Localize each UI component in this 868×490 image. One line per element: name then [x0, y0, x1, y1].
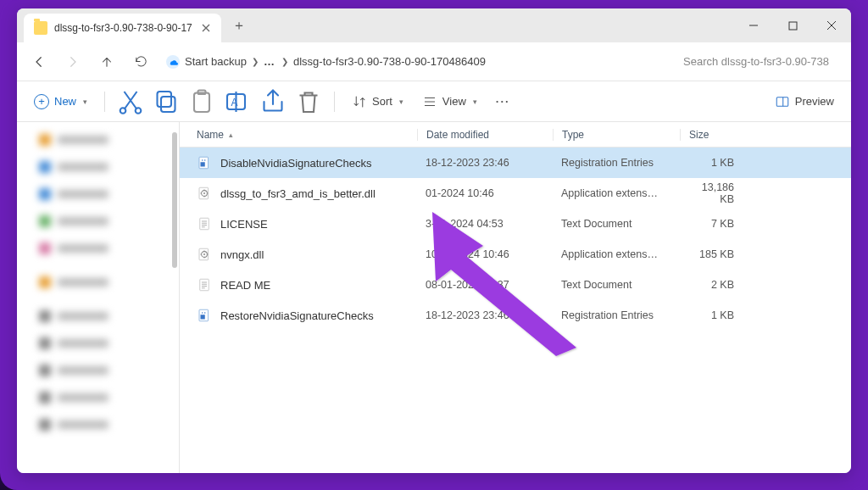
share-button[interactable] [258, 88, 288, 115]
chevron-down-icon: ▾ [473, 97, 477, 106]
nav-item[interactable] [24, 332, 172, 354]
file-size: 185 KB [680, 248, 748, 260]
sort-button[interactable]: Sort ▾ [345, 88, 410, 115]
nav-item[interactable] [24, 387, 172, 409]
toolbar: + New ▾ A Sort ▾ View ▾ ··· [17, 81, 851, 122]
file-name: dlssg_to_fsr3_amd_is_better.dll [220, 187, 376, 200]
file-row[interactable]: LICENSE 3-01-2024 04:53 Text Document 7 … [180, 209, 851, 239]
nav-item[interactable] [24, 271, 172, 293]
preview-label: Preview [795, 95, 834, 108]
svg-point-20 [203, 253, 205, 255]
file-row[interactable]: RestoreNvidiaSignatureChecks 18-12-2023 … [180, 300, 851, 331]
back-button[interactable] [24, 47, 54, 77]
breadcrumb-more[interactable]: … [264, 55, 276, 68]
file-type: Registration Entries [553, 309, 680, 321]
breadcrumb[interactable]: Start backup ❯ … ❯ dlssg-to-fsr3-0.90-73… [159, 48, 665, 75]
chevron-right-icon: ❯ [281, 57, 288, 66]
nav-item[interactable] [24, 305, 172, 327]
column-name[interactable]: Name▴ [197, 129, 417, 141]
file-date: 3-01-2024 04:53 [417, 218, 553, 230]
copy-button[interactable] [151, 88, 181, 115]
reg-file-icon [197, 308, 212, 323]
search-input[interactable]: Search dlssg-to-fsr3-0.90-738 [675, 48, 844, 75]
svg-rect-4 [158, 92, 172, 107]
svg-text:A: A [231, 96, 238, 108]
view-icon [422, 94, 437, 109]
svg-point-24 [202, 312, 203, 314]
nav-item[interactable] [24, 156, 172, 178]
nav-item[interactable] [24, 237, 172, 259]
plus-icon: + [34, 94, 49, 109]
paste-button[interactable] [186, 88, 217, 115]
file-type: Application extens… [553, 187, 680, 199]
refresh-button[interactable] [125, 47, 156, 77]
nav-item[interactable] [24, 129, 172, 151]
file-size: 7 KB [680, 218, 748, 230]
scrollbar-thumb[interactable] [172, 132, 177, 268]
preview-pane-icon [775, 94, 790, 109]
file-row[interactable]: DisableNvidiaSignatureChecks 18-12-2023 … [180, 148, 851, 178]
column-size[interactable]: Size [680, 129, 748, 141]
sort-asc-icon: ▴ [229, 131, 233, 139]
search-placeholder: Search dlssg-to-fsr3-0.90-738 [683, 55, 829, 68]
reg-file-icon [197, 155, 212, 170]
navigation-pane[interactable] [17, 122, 180, 473]
file-name: READ ME [220, 279, 270, 292]
svg-point-12 [202, 159, 203, 161]
folder-icon [34, 21, 47, 35]
file-date: 18-12-2023 23:46 [417, 157, 553, 169]
nav-item[interactable] [24, 183, 172, 205]
forward-button[interactable] [58, 47, 88, 77]
svg-rect-9 [776, 97, 788, 106]
tab-title: dlssg-to-fsr3-0.90-738-0-90-17 [54, 22, 192, 34]
maximize-button[interactable] [773, 8, 812, 42]
svg-rect-0 [789, 22, 797, 30]
file-size: 1 KB [680, 309, 748, 321]
file-name: LICENSE [220, 218, 268, 231]
svg-point-2 [136, 108, 142, 114]
new-tab-button[interactable]: ＋ [226, 13, 252, 38]
file-row[interactable]: READ ME 08-01-2024 04:37 Text Document 2… [180, 270, 851, 300]
new-button[interactable]: + New ▾ [27, 88, 94, 115]
view-button[interactable]: View ▾ [415, 88, 484, 115]
svg-point-16 [203, 192, 205, 194]
file-date: 10-01-2024 10:46 [417, 248, 553, 260]
file-list-area: Name▴ Date modified Type Size DisableNvi… [180, 122, 851, 473]
dll-file-icon [197, 186, 212, 201]
window-tab[interactable]: dlssg-to-fsr3-0.90-738-0-90-17 [24, 14, 221, 42]
view-label: View [442, 95, 466, 108]
more-button[interactable]: ··· [489, 88, 517, 115]
cut-button[interactable] [115, 88, 146, 115]
svg-rect-23 [201, 315, 205, 319]
chevron-down-icon: ▾ [83, 97, 87, 106]
nav-item[interactable] [24, 359, 172, 381]
file-size: 2 KB [680, 279, 748, 291]
delete-button[interactable] [293, 88, 324, 115]
file-name: DisableNvidiaSignatureChecks [220, 157, 371, 170]
column-date[interactable]: Date modified [417, 129, 553, 141]
svg-rect-5 [194, 92, 209, 112]
file-row[interactable]: nvngx.dll 10-01-2024 10:46 Application e… [180, 239, 851, 270]
breadcrumb-current[interactable]: dlssg-to-fsr3-0.90-738-0-90-170486409 [293, 55, 486, 68]
minimize-button[interactable] [734, 8, 773, 42]
nav-item[interactable] [24, 414, 172, 436]
column-type[interactable]: Type [553, 129, 680, 141]
up-button[interactable] [92, 47, 122, 77]
close-window-button[interactable] [812, 8, 851, 42]
svg-rect-3 [161, 97, 175, 112]
file-type: Application extens… [553, 248, 680, 260]
close-tab-button[interactable] [199, 21, 213, 35]
rename-button[interactable]: A [222, 88, 253, 115]
txt-file-icon [197, 277, 212, 292]
file-row[interactable]: dlssg_to_fsr3_amd_is_better.dll 01-2024 … [180, 178, 851, 209]
txt-file-icon [197, 216, 212, 231]
column-headers[interactable]: Name▴ Date modified Type Size [180, 122, 851, 148]
nav-item[interactable] [24, 210, 172, 232]
breadcrumb-backup[interactable]: Start backup [185, 55, 247, 68]
sort-icon [352, 94, 367, 109]
preview-button[interactable]: Preview [768, 88, 841, 115]
file-date: 01-2024 10:46 [417, 187, 553, 199]
chevron-right-icon: ❯ [252, 57, 259, 66]
file-date: 18-12-2023 23:46 [417, 309, 553, 321]
file-name: RestoreNvidiaSignatureChecks [220, 309, 374, 322]
